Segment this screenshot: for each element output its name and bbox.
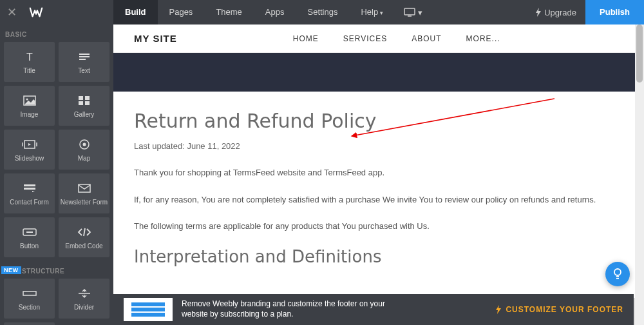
new-badge: NEW <box>1 266 21 274</box>
chevron-down-icon: ▾ <box>380 10 383 16</box>
tile-button[interactable]: Button <box>4 217 55 257</box>
tile-newsletter-form[interactable]: Newsletter Form <box>59 173 109 213</box>
lightning-icon <box>535 8 542 17</box>
sidebar-section-basic: BASIC <box>0 25 113 42</box>
tile-image[interactable]: Image <box>4 86 55 126</box>
site-menu: HOME SERVICES ABOUT MORE... <box>293 34 500 43</box>
tile-gallery[interactable]: Gallery <box>59 86 109 126</box>
svg-rect-17 <box>79 184 90 192</box>
tab-build[interactable]: Build <box>113 0 158 25</box>
image-icon <box>23 94 36 108</box>
svg-rect-15 <box>24 184 35 186</box>
section-icon <box>23 286 37 300</box>
publish-button[interactable]: Publish <box>585 0 644 25</box>
menu-more[interactable]: MORE... <box>466 34 500 43</box>
doc-title: Return and Refund Policy <box>134 110 623 132</box>
customize-footer-button[interactable]: CUSTOMIZE YOUR FOOTER <box>495 305 623 314</box>
device-preview-dropdown[interactable]: ▾ <box>395 8 431 17</box>
footer-upsell-bar: Remove Weebly branding and customize the… <box>113 294 634 325</box>
code-icon <box>77 225 91 239</box>
svg-rect-0 <box>404 8 415 15</box>
doc-heading: Interpretation and Definitions <box>134 247 623 266</box>
help-fab[interactable] <box>605 262 630 286</box>
chevron-down-icon: ▾ <box>418 8 422 17</box>
contact-icon <box>23 181 36 195</box>
upgrade-button[interactable]: Upgrade <box>526 8 585 17</box>
footer-message: Remove Weebly branding and customize the… <box>182 299 401 319</box>
close-button[interactable]: ✕ <box>0 5 23 19</box>
doc-paragraph: Thank you for shopping at TermsFeed webs… <box>134 166 623 179</box>
svg-rect-10 <box>79 101 83 105</box>
tile-divider[interactable]: Divider <box>59 279 109 319</box>
tab-apps[interactable]: Apps <box>254 0 296 25</box>
tile-spacer[interactable] <box>4 322 55 325</box>
tile-text[interactable]: Text <box>59 42 109 82</box>
divider-icon <box>77 286 91 300</box>
svg-point-24 <box>614 269 621 275</box>
scrollbar-thumb[interactable] <box>636 25 643 83</box>
lightning-icon <box>495 305 502 314</box>
svg-point-14 <box>82 143 86 146</box>
tile-title[interactable]: TTitle <box>4 42 55 82</box>
tile-embed-code[interactable]: Embed Code <box>59 217 109 257</box>
tile-slideshow[interactable]: Slideshow <box>4 130 55 170</box>
doc-paragraph: If, for any reason, You are not complete… <box>134 193 623 206</box>
site-navigation: MY SITE HOME SERVICES ABOUT MORE... <box>113 25 644 53</box>
top-toolbar: ✕ Build Pages Theme Apps Settings Help▾ … <box>0 0 644 25</box>
sidebar-section-structure: NEWSTRUCTURE <box>0 261 113 279</box>
weebly-logo[interactable] <box>23 6 49 18</box>
tab-theme[interactable]: Theme <box>204 0 253 25</box>
hero-band <box>113 53 644 92</box>
tile-contact-form[interactable]: Contact Form <box>4 173 55 213</box>
button-icon <box>23 225 37 239</box>
tile-map[interactable]: Map <box>59 130 109 170</box>
tab-pages[interactable]: Pages <box>158 0 205 25</box>
text-icon <box>78 50 91 64</box>
doc-updated: Last updated: June 11, 2022 <box>134 141 623 151</box>
svg-rect-20 <box>23 291 36 295</box>
svg-point-7 <box>26 99 28 101</box>
svg-rect-9 <box>85 96 90 100</box>
doc-paragraph: The following terms are applicable for a… <box>134 220 623 233</box>
svg-text:T: T <box>26 52 33 62</box>
map-icon <box>79 137 90 152</box>
menu-services[interactable]: SERVICES <box>343 34 387 43</box>
newsletter-icon <box>78 181 91 195</box>
vertical-scrollbar[interactable] <box>635 25 644 325</box>
svg-rect-11 <box>85 101 90 105</box>
site-canvas[interactable]: MY SITE HOME SERVICES ABOUT MORE... Retu… <box>113 25 644 325</box>
title-icon: T <box>23 50 36 64</box>
slideshow-icon <box>22 137 37 152</box>
footer-thumbnail <box>124 298 173 321</box>
desktop-icon <box>404 8 415 17</box>
tab-settings[interactable]: Settings <box>296 0 349 25</box>
menu-about[interactable]: ABOUT <box>412 34 441 43</box>
elements-sidebar: BASIC TTitle Text Image Gallery Slidesho… <box>0 25 113 325</box>
gallery-icon <box>78 94 91 108</box>
site-brand[interactable]: MY SITE <box>134 33 177 44</box>
tab-help[interactable]: Help▾ <box>349 0 395 25</box>
lightbulb-icon <box>612 268 623 281</box>
tile-section[interactable]: Section <box>4 279 55 319</box>
document-body[interactable]: Return and Refund Policy Last updated: J… <box>113 92 644 298</box>
svg-rect-16 <box>24 188 35 190</box>
svg-rect-8 <box>79 96 83 100</box>
menu-home[interactable]: HOME <box>293 34 319 43</box>
